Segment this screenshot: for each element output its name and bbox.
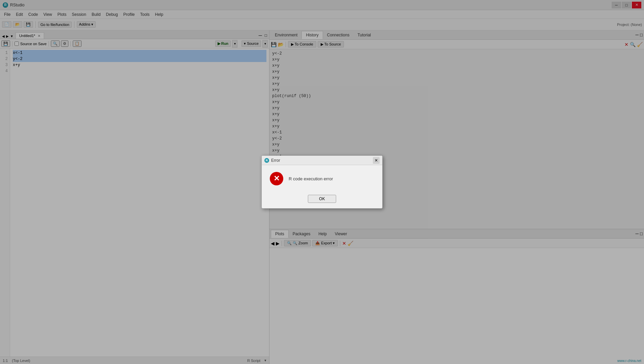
error-message: R code execution error [289, 176, 333, 181]
ok-button[interactable]: OK [308, 195, 336, 203]
error-dialog: R Error ✕ ✕ R code execution error OK [261, 155, 383, 209]
dialog-title-icon: R [264, 158, 269, 163]
dialog-footer: OK [262, 192, 382, 208]
dialog-body: ✕ R code execution error [262, 165, 382, 192]
error-icon: ✕ [270, 172, 283, 185]
dialog-titlebar: R Error ✕ [262, 156, 382, 165]
modal-overlay: R Error ✕ ✕ R code execution error OK [0, 0, 644, 364]
dialog-title-text: Error [271, 158, 373, 163]
dialog-close-button[interactable]: ✕ [373, 157, 380, 164]
